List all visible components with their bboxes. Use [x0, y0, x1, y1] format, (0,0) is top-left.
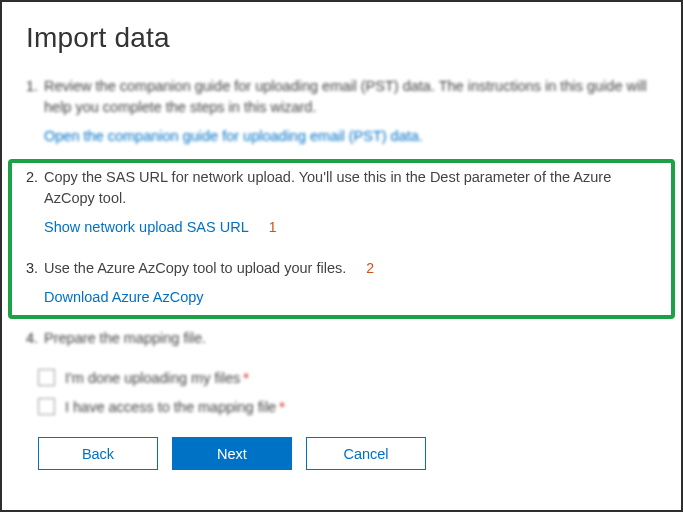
- step-text: Use the Azure AzCopy tool to upload your…: [44, 260, 346, 276]
- checkbox-label: I have access to the mapping file: [65, 399, 276, 415]
- callout-badge-1: 1: [269, 219, 277, 235]
- done-uploading-checkbox[interactable]: [38, 369, 55, 386]
- done-uploading-row: I'm done uploading my files *: [38, 369, 657, 386]
- checkbox-group: I'm done uploading my files * I have acc…: [26, 369, 657, 415]
- callout-badge-2: 2: [366, 260, 374, 276]
- have-mapping-row: I have access to the mapping file *: [38, 398, 657, 415]
- required-indicator: *: [243, 370, 249, 386]
- step-2: 2. Copy the SAS URL for network upload. …: [26, 167, 657, 238]
- companion-guide-link[interactable]: Open the companion guide for uploading e…: [44, 126, 423, 147]
- show-sas-url-link[interactable]: Show network upload SAS URL: [44, 217, 249, 238]
- next-button[interactable]: Next: [172, 437, 292, 470]
- cancel-button[interactable]: Cancel: [306, 437, 426, 470]
- button-row: Back Next Cancel: [38, 437, 657, 470]
- step-text: Review the companion guide for uploading…: [44, 78, 647, 115]
- checkbox-label: I'm done uploading my files: [65, 370, 240, 386]
- have-mapping-checkbox[interactable]: [38, 398, 55, 415]
- step-text: Copy the SAS URL for network upload. You…: [44, 169, 611, 206]
- step-1: 1. Review the companion guide for upload…: [26, 76, 657, 147]
- step-text: Prepare the mapping file.: [44, 330, 206, 346]
- step-number: 1.: [26, 76, 38, 97]
- step-number: 3.: [26, 258, 38, 279]
- back-button[interactable]: Back: [38, 437, 158, 470]
- download-azcopy-link[interactable]: Download Azure AzCopy: [44, 287, 204, 308]
- step-4: 4. Prepare the mapping file.: [26, 328, 657, 349]
- steps-list: 1. Review the companion guide for upload…: [26, 76, 657, 349]
- required-indicator: *: [279, 399, 285, 415]
- step-number: 4.: [26, 328, 38, 349]
- page-title: Import data: [26, 22, 657, 54]
- step-3: 3. Use the Azure AzCopy tool to upload y…: [26, 258, 657, 308]
- step-number: 2.: [26, 167, 38, 188]
